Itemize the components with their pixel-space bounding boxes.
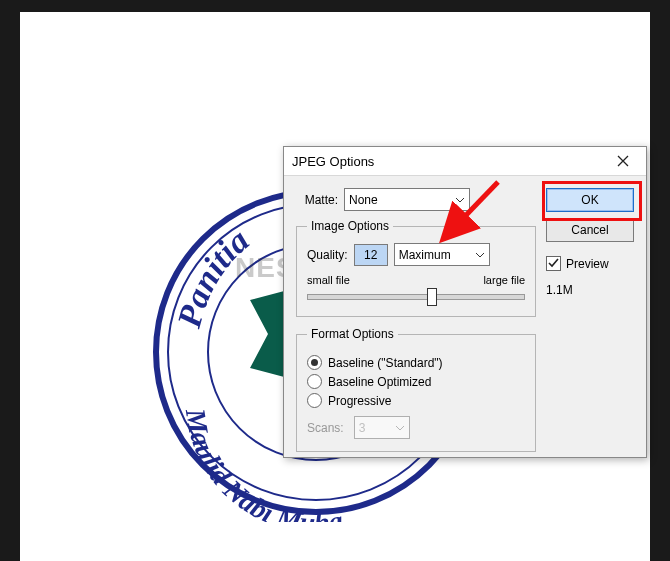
slider-label-large: large file (483, 274, 525, 286)
format-options-group: Format Options Baseline ("Standard") Bas… (296, 327, 536, 452)
preview-label: Preview (566, 257, 609, 271)
image-options-group: Image Options Quality: Maximum small fil… (296, 219, 536, 317)
slider-label-small: small file (307, 274, 350, 286)
quality-label: Quality: (307, 248, 348, 262)
radio-baseline-optimized[interactable]: Baseline Optimized (307, 374, 525, 389)
dialog-title: JPEG Options (292, 154, 374, 169)
radio-baseline-standard[interactable]: Baseline ("Standard") (307, 355, 525, 370)
matte-label: Matte: (296, 193, 338, 207)
radio-label: Progressive (328, 394, 391, 408)
image-options-legend: Image Options (307, 219, 393, 233)
matte-select[interactable]: None (344, 188, 470, 211)
titlebar: JPEG Options (284, 147, 646, 176)
radio-label: Baseline ("Standard") (328, 356, 443, 370)
radio-icon (307, 393, 322, 408)
format-options-legend: Format Options (307, 327, 398, 341)
radio-icon (307, 355, 322, 370)
quality-input[interactable] (354, 244, 388, 266)
cancel-button[interactable]: Cancel (546, 218, 634, 242)
matte-value: None (349, 193, 378, 207)
quality-preset-select[interactable]: Maximum (394, 243, 490, 266)
quality-slider[interactable] (307, 288, 525, 304)
radio-progressive[interactable]: Progressive (307, 393, 525, 408)
chevron-down-icon (475, 250, 485, 260)
radio-label: Baseline Optimized (328, 375, 431, 389)
scans-select: 3 (354, 416, 410, 439)
scans-label: Scans: (307, 421, 344, 435)
chevron-down-icon (395, 423, 405, 433)
scans-value: 3 (359, 421, 366, 435)
chevron-down-icon (455, 195, 465, 205)
close-icon (617, 155, 629, 167)
checkbox-icon (546, 256, 561, 271)
jpeg-options-dialog: JPEG Options Matte: None Image Options Q… (283, 146, 647, 458)
quality-preset-value: Maximum (399, 248, 451, 262)
file-size-readout: 1.1M (546, 283, 634, 297)
close-button[interactable] (604, 149, 642, 173)
preview-checkbox[interactable]: Preview (546, 256, 634, 271)
radio-icon (307, 374, 322, 389)
ok-button[interactable]: OK (546, 188, 634, 212)
slider-thumb[interactable] (427, 288, 437, 306)
slider-track (307, 294, 525, 300)
